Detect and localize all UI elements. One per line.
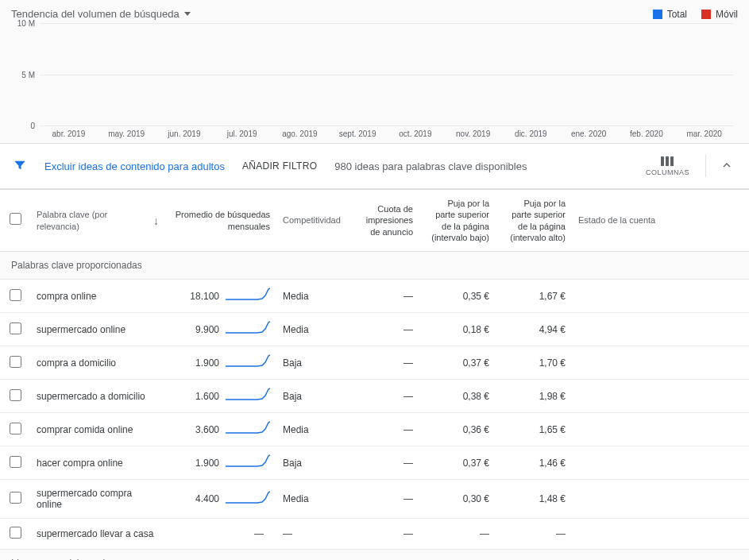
chart-x-label: feb. 2020: [618, 126, 676, 138]
row-checkbox[interactable]: [10, 289, 21, 301]
cell-bid-low: 0,38 €: [419, 380, 496, 413]
row-checkbox[interactable]: [10, 322, 21, 334]
caret-down-icon: [184, 12, 191, 16]
chart-x-label: sept. 2019: [329, 126, 387, 138]
cell-competition: Baja: [276, 446, 348, 480]
chart-x-label: ene. 2020: [560, 126, 618, 138]
cell-bid-low: 0,36 €: [419, 413, 496, 446]
cell-bid-low: 0,37 €: [419, 446, 496, 480]
cell-competition: Baja: [276, 380, 348, 413]
cell-avg-searches: —: [165, 519, 276, 550]
cell-keyword: supermercado compra online: [30, 480, 165, 519]
cell-competition: Media: [276, 413, 348, 446]
table-row[interactable]: compra online18.100Media—0,35 €1,67 €: [0, 280, 749, 313]
cell-account-status: [572, 380, 749, 413]
chart-gridline: [40, 75, 733, 75]
cell-impression-share: —: [348, 346, 419, 380]
table-row[interactable]: comprar comida online3.600Media—0,36 €1,…: [0, 413, 749, 446]
cell-keyword: supermercado llevar a casa: [30, 519, 165, 550]
table-row[interactable]: compra a domicilio1.900Baja—0,37 €1,70 €: [0, 346, 749, 380]
cell-competition: Baja: [276, 346, 348, 380]
legend-swatch-total: [653, 10, 662, 19]
cell-impression-share: —: [348, 380, 419, 413]
table-row[interactable]: supermercado a domicilio1.600Baja—0,38 €…: [0, 380, 749, 413]
header-account-status[interactable]: Estado de la cuenta: [572, 190, 749, 252]
cell-impression-share: —: [348, 446, 419, 480]
sparkline: [226, 421, 270, 438]
chart-metric-dropdown[interactable]: Tendencia del volumen de búsqueda: [11, 8, 191, 20]
table-row[interactable]: supermercado llevar a casa—————: [0, 519, 749, 550]
row-checkbox[interactable]: [10, 423, 21, 434]
table-row[interactable]: supermercado compra online4.400Media—0,3…: [0, 480, 749, 519]
avg-value: —: [254, 528, 264, 539]
cell-avg-searches: 1.900: [165, 346, 276, 380]
cell-avg-searches: 18.100: [165, 280, 276, 313]
chart-x-label: may. 2019: [98, 126, 156, 138]
cell-avg-searches: 9.900: [165, 313, 276, 346]
chart-plot-area: 05 M10 M: [40, 23, 733, 126]
cell-competition: —: [276, 519, 348, 550]
exclude-adult-filter[interactable]: Excluir ideas de contenido para adultos: [44, 160, 225, 172]
header-checkbox-cell: [0, 190, 30, 252]
legend-mobile[interactable]: Móvil: [701, 9, 738, 20]
sparkline: [226, 321, 270, 338]
chart-x-label: jul. 2019: [213, 126, 271, 138]
legend-total[interactable]: Total: [653, 9, 687, 20]
chart-metric-label: Tendencia del volumen de búsqueda: [11, 8, 180, 20]
sparkline: [226, 491, 270, 508]
header-bid-low[interactable]: Puja por la parte superior de la página …: [419, 190, 496, 252]
cell-avg-searches: 4.400: [165, 480, 276, 519]
chart-x-label: jun. 2019: [156, 126, 214, 138]
avg-value: 1.900: [195, 357, 219, 369]
expand-button[interactable]: [717, 159, 736, 174]
header-keyword-label: Palabra clave (por relevancia): [37, 209, 145, 232]
cell-account-status: [572, 313, 749, 346]
chart-y-label: 0: [11, 122, 35, 130]
chart-x-label: ago. 2019: [271, 126, 329, 138]
section-header-label: Ideas para palabras clave: [0, 550, 749, 560]
cell-keyword: supermercado online: [30, 313, 165, 346]
chart-card: Tendencia del volumen de búsqueda Total …: [0, 0, 749, 144]
cell-impression-share: —: [348, 313, 419, 346]
chart-x-labels: abr. 2019may. 2019jun. 2019jul. 2019ago.…: [40, 126, 733, 138]
avg-value: 1.900: [195, 458, 219, 469]
filter-bar: Excluir ideas de contenido para adultos …: [0, 144, 749, 189]
table-row[interactable]: hacer compra online1.900Baja—0,37 €1,46 …: [0, 446, 749, 480]
table-row[interactable]: supermercado online9.900Media—0,18 €4,94…: [0, 313, 749, 346]
select-all-checkbox[interactable]: [10, 213, 21, 225]
cell-bid-high: 1,48 €: [496, 480, 572, 519]
row-checkbox[interactable]: [10, 389, 21, 401]
sparkline: [226, 454, 270, 471]
chart-gridline: [40, 23, 733, 24]
cell-keyword: compra a domicilio: [30, 346, 165, 380]
chart-header: Tendencia del volumen de búsqueda Total …: [11, 8, 738, 20]
columns-icon: [661, 156, 674, 166]
cell-bid-high: 1,67 €: [496, 280, 572, 313]
row-checkbox[interactable]: [10, 492, 21, 504]
cell-avg-searches: 1.600: [165, 380, 276, 413]
row-checkbox[interactable]: [10, 527, 21, 539]
header-competition[interactable]: Competitividad: [276, 190, 348, 252]
row-checkbox[interactable]: [10, 356, 21, 368]
cell-account-status: [572, 346, 749, 380]
cell-impression-share: —: [348, 519, 419, 550]
cell-bid-high: —: [496, 519, 572, 550]
chart-x-label: abr. 2019: [40, 126, 98, 138]
chart-y-label: 10 M: [11, 19, 35, 28]
filter-icon[interactable]: [13, 158, 27, 175]
cell-avg-searches: 1.900: [165, 446, 276, 480]
avg-value: 1.600: [195, 391, 219, 402]
chart-gridline: [40, 126, 733, 126]
header-impression-share[interactable]: Cuota de impresiones de anuncio: [348, 190, 419, 252]
add-filter-button[interactable]: AÑADIR FILTRO: [242, 160, 317, 172]
header-avg-searches[interactable]: Promedio de búsquedas mensuales: [165, 190, 276, 252]
cell-keyword: comprar comida online: [30, 413, 165, 446]
row-checkbox[interactable]: [10, 456, 21, 468]
sort-arrow-down-icon: ↓: [153, 214, 159, 228]
sparkline: [226, 354, 270, 371]
header-bid-high[interactable]: Puja por la parte superior de la página …: [496, 190, 572, 252]
header-keyword[interactable]: Palabra clave (por relevancia) ↓: [30, 190, 165, 252]
section-header-label: Palabras clave proporcionadas: [0, 252, 749, 280]
columns-button[interactable]: COLUMNAS: [641, 156, 694, 176]
cell-bid-low: 0,35 €: [419, 280, 496, 313]
